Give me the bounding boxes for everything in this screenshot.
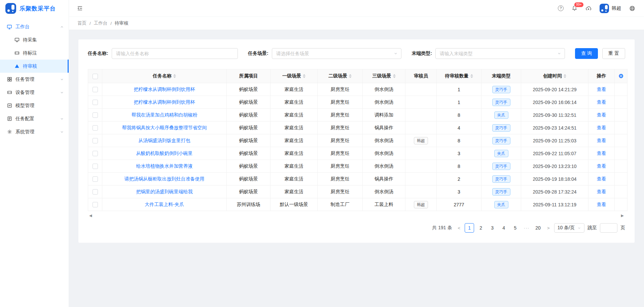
pagination-page-3[interactable]: 3 xyxy=(488,223,497,233)
view-link[interactable]: 查看 xyxy=(597,125,606,130)
notification-bell-icon[interactable]: 99+ xyxy=(572,5,577,11)
sort-icon[interactable] xyxy=(349,74,352,78)
task-name-link[interactable]: 把柠檬水从调制杯倒到饮用杯 xyxy=(134,87,195,92)
scene3-cell: 倒水倒汤 xyxy=(363,147,405,160)
row-checkbox[interactable] xyxy=(93,189,98,195)
horizontal-scrollbar: ◀ ▶ xyxy=(88,211,625,218)
project-cell: 蚂蚁场景 xyxy=(227,83,271,96)
column-header[interactable]: 创建时间 xyxy=(543,73,562,79)
row-checkbox[interactable] xyxy=(93,100,98,105)
sort-icon[interactable] xyxy=(564,74,566,78)
sidebar-item-device-management[interactable]: 设备管理 xyxy=(0,86,69,99)
view-link[interactable]: 查看 xyxy=(597,150,606,156)
cloud-download-icon[interactable] xyxy=(585,5,592,11)
row-checkbox[interactable] xyxy=(93,176,98,182)
end-type-tag: 灵巧手 xyxy=(492,86,510,93)
column-header[interactable]: 一级场景 xyxy=(282,73,301,79)
task-name-link[interactable]: 从酸奶机取酸奶倒到小碗里 xyxy=(136,150,193,156)
sidebar-item-system-management[interactable]: 系统管理 xyxy=(0,125,69,138)
scene2-cell: 厨房烹饪 xyxy=(318,134,363,147)
task-name-link[interactable]: 大件工装上料-夹爪 xyxy=(145,202,184,207)
view-link[interactable]: 查看 xyxy=(597,176,606,181)
sidebar-item-to-collect[interactable]: 待采集 xyxy=(0,33,69,46)
pagination-page-4[interactable]: 4 xyxy=(499,223,508,233)
column-header[interactable]: 二级场景 xyxy=(328,73,347,79)
auditor-cell: 韩超 xyxy=(405,134,437,147)
jump-page-input[interactable] xyxy=(600,223,617,233)
breadcrumb-workbench[interactable]: 工作台 xyxy=(94,20,108,26)
pagination-prev-icon[interactable]: < xyxy=(456,226,462,231)
reset-button[interactable]: 重 置 xyxy=(602,48,625,59)
column-header[interactable]: 待审核数量 xyxy=(445,73,469,79)
auditor-cell xyxy=(405,83,437,96)
sort-icon[interactable] xyxy=(470,74,473,78)
task-name-link[interactable]: 帮我将锅具按大小顺序叠放整理节省空间 xyxy=(122,125,207,130)
sidebar-item-label: 任务配置 xyxy=(15,116,60,122)
task-name-link[interactable]: 给水培植物换水并加营养液 xyxy=(136,163,193,169)
row-checkbox[interactable] xyxy=(93,202,98,207)
task-name-link[interactable]: 把柠檬水从调制杯倒到饮用杯 xyxy=(134,99,195,105)
sort-icon[interactable] xyxy=(303,74,306,78)
row-checkbox[interactable] xyxy=(93,164,98,169)
task-name-link[interactable]: 请把汤锅从橱柜取出放到灶台准备使用 xyxy=(124,176,205,181)
sort-icon[interactable] xyxy=(393,74,396,78)
settings-spacer-cell xyxy=(615,185,628,198)
pagination-page-2[interactable]: 2 xyxy=(476,223,486,233)
row-checkbox[interactable] xyxy=(93,112,98,118)
pagination-page-20[interactable]: 20 xyxy=(533,223,543,233)
sort-icon[interactable] xyxy=(173,74,176,78)
sidebar-item-task-config[interactable]: 任务配置 xyxy=(0,112,69,125)
view-link[interactable]: 查看 xyxy=(597,112,606,117)
task-name-link[interactable]: 从汤锅盛汤到饭盒里打包 xyxy=(139,138,190,143)
table-row: 把柠檬水从调制杯倒到饮用杯 蚂蚁场景 家庭生活 厨房烹饪 倒水倒汤 1 灵巧手 … xyxy=(88,96,628,109)
sidebar-item-model-management[interactable]: 模型管理 xyxy=(0,99,69,112)
view-link[interactable]: 查看 xyxy=(597,99,606,105)
help-icon[interactable]: ? xyxy=(558,5,564,11)
auditor-cell xyxy=(405,96,437,109)
scene1-cell: 家庭生活 xyxy=(271,185,318,198)
column-settings-gear-icon[interactable]: ⚙ xyxy=(618,73,623,79)
sidebar-item-task-management[interactable]: 任务管理 xyxy=(0,73,69,86)
pagination-page-5[interactable]: 5 xyxy=(510,223,520,233)
scroll-right-arrow-icon[interactable]: ▶ xyxy=(621,213,624,218)
end-type-cell: 夹爪 xyxy=(481,147,521,160)
sidebar-item-label: 待标注 xyxy=(23,50,64,56)
scroll-left-arrow-icon[interactable]: ◀ xyxy=(89,213,92,218)
select-all-checkbox[interactable] xyxy=(93,74,98,79)
auditor-cell xyxy=(405,147,437,160)
row-checkbox[interactable] xyxy=(93,87,98,92)
view-link[interactable]: 查看 xyxy=(597,138,606,143)
task-name-link[interactable]: 帮我在汤里加点鸡精和白胡椒粉 xyxy=(132,112,198,117)
task-scene-select[interactable] xyxy=(272,48,401,59)
sidebar-item-workbench[interactable]: 工作台 xyxy=(0,20,69,33)
sidebar-collapse-icon[interactable] xyxy=(77,5,83,11)
row-checkbox[interactable] xyxy=(93,125,98,131)
end-type-tag: 灵巧手 xyxy=(492,175,510,183)
table-header-row: 任务名称 所属项目 一级场景 二级场景 三级场景 审核员 待审核数量 末端类型 … xyxy=(88,69,628,83)
end-type-select[interactable] xyxy=(435,48,565,59)
end-type-cell: 夹爪 xyxy=(481,109,521,122)
project-cell: 蚂蚁场景 xyxy=(227,134,271,147)
column-header[interactable]: 三级场景 xyxy=(372,73,391,79)
task-name-input[interactable] xyxy=(112,48,238,59)
view-link[interactable]: 查看 xyxy=(597,163,606,169)
view-link[interactable]: 查看 xyxy=(597,87,606,92)
view-link[interactable]: 查看 xyxy=(597,202,606,207)
user-menu[interactable]: 韩超 xyxy=(600,4,621,13)
breadcrumb-home[interactable]: 首页 xyxy=(77,20,86,26)
pagination-page-1[interactable]: 1 xyxy=(465,223,474,233)
language-globe-icon[interactable] xyxy=(629,5,635,11)
page-size-select[interactable]: 10 条/页 xyxy=(554,223,584,233)
column-header[interactable]: 任务名称 xyxy=(153,73,172,79)
search-button[interactable]: 查 询 xyxy=(575,48,598,59)
table-row: 请把汤锅从橱柜取出放到灶台准备使用 蚂蚁场景 家庭生活 厨房烹饪 锅具操作 2 … xyxy=(88,173,628,185)
task-name-link[interactable]: 把锅里的汤盛到碗里端给我 xyxy=(136,189,193,194)
sidebar-item-to-annotate[interactable]: 待标注 xyxy=(0,46,69,60)
row-checkbox[interactable] xyxy=(93,151,98,156)
end-type-tag: 灵巧手 xyxy=(492,188,510,196)
view-link[interactable]: 查看 xyxy=(597,189,606,194)
row-checkbox[interactable] xyxy=(93,138,98,143)
sidebar-item-to-review[interactable]: 待审核 xyxy=(0,60,69,73)
pagination-next-icon[interactable]: > xyxy=(546,226,551,231)
filter-bar: 任务名称: 任务场景: xyxy=(88,48,625,59)
